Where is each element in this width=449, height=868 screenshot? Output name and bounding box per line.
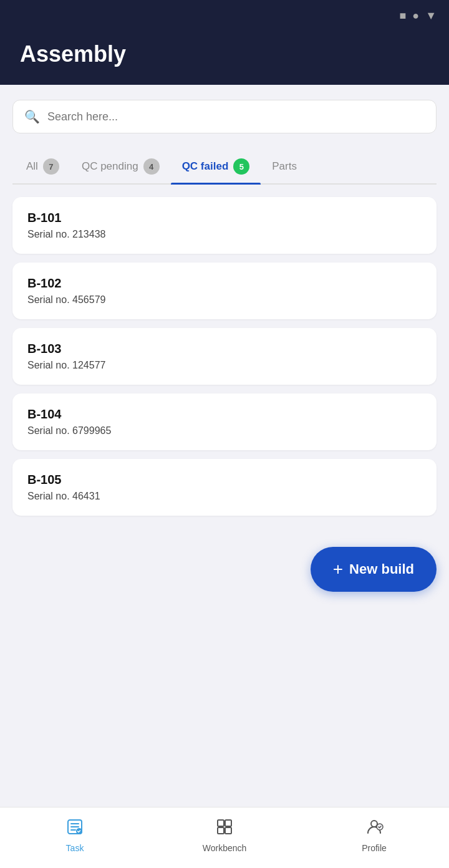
tab-qc-pending-label: QC pending [82, 160, 138, 173]
build-serial: Serial no. 213438 [27, 229, 422, 240]
nav-profile-label: Profile [362, 843, 387, 853]
svg-rect-5 [225, 827, 231, 834]
profile-icon [365, 817, 384, 839]
build-serial: Serial no. 124577 [27, 360, 422, 371]
nav-item-workbench[interactable]: Workbench [193, 817, 256, 853]
tab-qc-failed-badge: 5 [233, 158, 249, 175]
bottom-nav: Task Workbench Profile [0, 807, 449, 868]
tab-parts-label: Parts [272, 160, 297, 173]
build-id: B-101 [27, 211, 422, 225]
signal-icon: ● [412, 9, 419, 22]
battery-icon: ■ [399, 9, 406, 22]
list-item[interactable]: B-101 Serial no. 213438 [12, 197, 437, 254]
svg-rect-4 [218, 827, 224, 834]
tab-qc-pending[interactable]: QC pending 4 [70, 151, 171, 183]
svg-rect-3 [225, 820, 231, 826]
build-serial: Serial no. 456579 [27, 294, 422, 306]
list-item[interactable]: B-104 Serial no. 6799965 [12, 393, 437, 450]
nav-task-label: Task [66, 843, 84, 853]
nav-workbench-label: Workbench [203, 843, 247, 853]
search-box[interactable]: 🔍 [12, 100, 437, 133]
nav-item-task[interactable]: Task [44, 817, 106, 853]
build-serial: Serial no. 6799965 [27, 425, 422, 436]
task-icon [65, 817, 84, 839]
search-input[interactable] [47, 110, 425, 123]
build-id: B-103 [27, 342, 422, 356]
new-build-button[interactable]: + New build [311, 547, 437, 592]
new-build-label: New build [349, 561, 414, 577]
page-title: Assembly [20, 41, 429, 67]
build-id: B-102 [27, 276, 422, 291]
tab-all-badge: 7 [43, 158, 59, 175]
nav-item-profile[interactable]: Profile [343, 817, 405, 853]
search-icon: 🔍 [24, 109, 40, 124]
build-id: B-105 [27, 473, 422, 487]
tab-parts[interactable]: Parts [261, 153, 308, 181]
list-item[interactable]: B-102 Serial no. 456579 [12, 263, 437, 319]
tab-qc-pending-badge: 4 [143, 158, 160, 175]
svg-rect-2 [218, 820, 224, 826]
status-bar: ■ ● ▼ [0, 0, 449, 31]
list-item[interactable]: B-105 Serial no. 46431 [12, 459, 437, 516]
workbench-icon [215, 817, 234, 839]
build-id: B-104 [27, 407, 422, 422]
fab-container: + New build [0, 528, 449, 604]
plus-icon: + [333, 561, 343, 578]
tab-qc-failed-label: QC failed [182, 160, 229, 173]
tab-all-label: All [26, 160, 38, 173]
list-item[interactable]: B-103 Serial no. 124577 [12, 328, 437, 385]
build-list: B-101 Serial no. 213438 B-102 Serial no.… [12, 185, 437, 528]
header: Assembly [0, 31, 449, 85]
wifi-icon: ▼ [425, 9, 437, 22]
build-serial: Serial no. 46431 [27, 491, 422, 502]
content-area: 🔍 All 7 QC pending 4 QC failed 5 Parts B… [0, 85, 449, 528]
tab-qc-failed[interactable]: QC failed 5 [171, 151, 261, 183]
tab-all[interactable]: All 7 [15, 151, 70, 183]
tab-bar: All 7 QC pending 4 QC failed 5 Parts [12, 151, 437, 185]
